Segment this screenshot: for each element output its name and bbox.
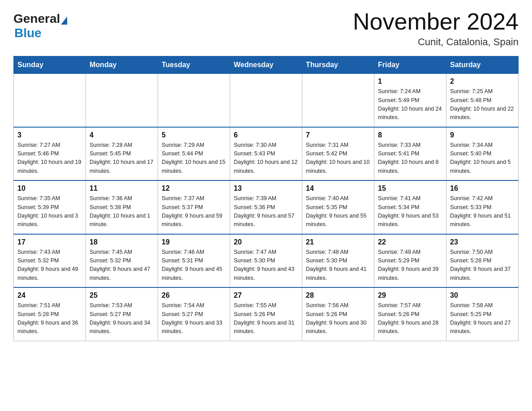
day-info: Sunrise: 7:35 AMSunset: 5:39 PMDaylight:… bbox=[17, 194, 82, 229]
day-number: 14 bbox=[306, 184, 370, 193]
day-number: 2 bbox=[450, 77, 515, 86]
month-year-title: November 2024 bbox=[353, 9, 519, 34]
calendar-cell: 21Sunrise: 7:48 AMSunset: 5:30 PMDayligh… bbox=[302, 234, 374, 288]
calendar-cell: 23Sunrise: 7:50 AMSunset: 5:28 PMDayligh… bbox=[446, 234, 519, 288]
day-info: Sunrise: 7:25 AMSunset: 5:48 PMDaylight:… bbox=[450, 87, 515, 122]
calendar-cell: 1Sunrise: 7:24 AMSunset: 5:49 PMDaylight… bbox=[374, 74, 446, 127]
day-number: 12 bbox=[162, 184, 226, 193]
day-info: Sunrise: 7:47 AMSunset: 5:30 PMDaylight:… bbox=[234, 248, 298, 283]
calendar-cell: 5Sunrise: 7:29 AMSunset: 5:44 PMDaylight… bbox=[158, 127, 230, 181]
calendar-cell: 16Sunrise: 7:42 AMSunset: 5:33 PMDayligh… bbox=[446, 180, 519, 234]
day-number: 13 bbox=[234, 184, 298, 193]
day-info: Sunrise: 7:45 AMSunset: 5:32 PMDaylight:… bbox=[90, 248, 154, 283]
day-info: Sunrise: 7:30 AMSunset: 5:43 PMDaylight:… bbox=[234, 141, 298, 176]
page-header: General Blue November 2024 Cunit, Catalo… bbox=[13, 9, 519, 48]
week-row-4: 17Sunrise: 7:43 AMSunset: 5:32 PMDayligh… bbox=[14, 234, 519, 288]
day-info: Sunrise: 7:29 AMSunset: 5:44 PMDaylight:… bbox=[162, 141, 226, 176]
calendar-cell: 9Sunrise: 7:34 AMSunset: 5:40 PMDaylight… bbox=[446, 127, 519, 181]
calendar-cell: 3Sunrise: 7:27 AMSunset: 5:46 PMDaylight… bbox=[14, 127, 86, 181]
calendar-cell: 26Sunrise: 7:54 AMSunset: 5:27 PMDayligh… bbox=[158, 287, 230, 341]
calendar-cell: 7Sunrise: 7:31 AMSunset: 5:42 PMDaylight… bbox=[302, 127, 374, 181]
calendar-cell: 17Sunrise: 7:43 AMSunset: 5:32 PMDayligh… bbox=[14, 234, 86, 288]
day-number: 17 bbox=[17, 238, 82, 246]
day-number: 27 bbox=[234, 291, 298, 300]
calendar-cell: 28Sunrise: 7:56 AMSunset: 5:26 PMDayligh… bbox=[302, 287, 374, 341]
day-info: Sunrise: 7:41 AMSunset: 5:34 PMDaylight:… bbox=[378, 194, 442, 229]
weekday-friday: Friday bbox=[374, 56, 446, 74]
day-info: Sunrise: 7:40 AMSunset: 5:35 PMDaylight:… bbox=[306, 194, 370, 229]
day-info: Sunrise: 7:37 AMSunset: 5:37 PMDaylight:… bbox=[162, 194, 226, 229]
calendar-cell: 20Sunrise: 7:47 AMSunset: 5:30 PMDayligh… bbox=[230, 234, 302, 288]
day-number: 22 bbox=[378, 238, 442, 246]
day-info: Sunrise: 7:53 AMSunset: 5:27 PMDaylight:… bbox=[90, 301, 154, 336]
day-info: Sunrise: 7:51 AMSunset: 5:28 PMDaylight:… bbox=[17, 301, 82, 336]
logo: General Blue bbox=[13, 13, 67, 40]
day-number: 21 bbox=[306, 238, 370, 246]
day-info: Sunrise: 7:24 AMSunset: 5:49 PMDaylight:… bbox=[378, 87, 442, 122]
calendar-cell: 4Sunrise: 7:28 AMSunset: 5:45 PMDaylight… bbox=[86, 127, 158, 181]
calendar-cell: 2Sunrise: 7:25 AMSunset: 5:48 PMDaylight… bbox=[446, 74, 519, 127]
day-info: Sunrise: 7:54 AMSunset: 5:27 PMDaylight:… bbox=[162, 301, 226, 336]
calendar-cell: 18Sunrise: 7:45 AMSunset: 5:32 PMDayligh… bbox=[86, 234, 158, 288]
logo-arrow-icon bbox=[61, 17, 67, 25]
day-info: Sunrise: 7:55 AMSunset: 5:26 PMDaylight:… bbox=[234, 301, 298, 336]
logo-blue-text: Blue bbox=[14, 26, 42, 40]
day-info: Sunrise: 7:57 AMSunset: 5:26 PMDaylight:… bbox=[378, 301, 442, 336]
day-number: 4 bbox=[90, 131, 154, 139]
weekday-wednesday: Wednesday bbox=[230, 56, 302, 74]
calendar-cell: 24Sunrise: 7:51 AMSunset: 5:28 PMDayligh… bbox=[14, 287, 86, 341]
calendar-cell: 22Sunrise: 7:49 AMSunset: 5:29 PMDayligh… bbox=[374, 234, 446, 288]
day-number: 5 bbox=[162, 131, 226, 139]
day-number: 9 bbox=[450, 131, 515, 139]
weekday-sunday: Sunday bbox=[14, 56, 86, 74]
day-number: 20 bbox=[234, 238, 298, 246]
calendar-cell: 27Sunrise: 7:55 AMSunset: 5:26 PMDayligh… bbox=[230, 287, 302, 341]
day-number: 25 bbox=[90, 291, 154, 300]
day-number: 3 bbox=[17, 131, 82, 139]
day-number: 26 bbox=[162, 291, 226, 300]
day-number: 6 bbox=[234, 131, 298, 139]
day-info: Sunrise: 7:36 AMSunset: 5:38 PMDaylight:… bbox=[90, 194, 154, 229]
title-area: November 2024 Cunit, Catalonia, Spain bbox=[353, 9, 519, 48]
day-info: Sunrise: 7:46 AMSunset: 5:31 PMDaylight:… bbox=[162, 248, 226, 283]
calendar-cell: 25Sunrise: 7:53 AMSunset: 5:27 PMDayligh… bbox=[86, 287, 158, 341]
day-info: Sunrise: 7:49 AMSunset: 5:29 PMDaylight:… bbox=[378, 248, 442, 283]
week-row-5: 24Sunrise: 7:51 AMSunset: 5:28 PMDayligh… bbox=[14, 287, 519, 341]
day-info: Sunrise: 7:48 AMSunset: 5:30 PMDaylight:… bbox=[306, 248, 370, 283]
day-info: Sunrise: 7:27 AMSunset: 5:46 PMDaylight:… bbox=[17, 141, 82, 176]
day-number: 23 bbox=[450, 238, 515, 246]
weekday-thursday: Thursday bbox=[302, 56, 374, 74]
calendar-cell: 8Sunrise: 7:33 AMSunset: 5:41 PMDaylight… bbox=[374, 127, 446, 181]
day-info: Sunrise: 7:42 AMSunset: 5:33 PMDaylight:… bbox=[450, 194, 515, 229]
calendar-cell: 30Sunrise: 7:58 AMSunset: 5:25 PMDayligh… bbox=[446, 287, 519, 341]
day-info: Sunrise: 7:43 AMSunset: 5:32 PMDaylight:… bbox=[17, 248, 82, 283]
calendar-cell: 29Sunrise: 7:57 AMSunset: 5:26 PMDayligh… bbox=[374, 287, 446, 341]
weekday-header-row: SundayMondayTuesdayWednesdayThursdayFrid… bbox=[14, 56, 519, 74]
calendar-cell bbox=[86, 74, 158, 127]
week-row-1: 1Sunrise: 7:24 AMSunset: 5:49 PMDaylight… bbox=[14, 74, 519, 127]
day-info: Sunrise: 7:34 AMSunset: 5:40 PMDaylight:… bbox=[450, 141, 515, 176]
calendar-cell bbox=[14, 74, 86, 127]
calendar-cell: 10Sunrise: 7:35 AMSunset: 5:39 PMDayligh… bbox=[14, 180, 86, 234]
day-number: 28 bbox=[306, 291, 370, 300]
calendar-cell: 13Sunrise: 7:39 AMSunset: 5:36 PMDayligh… bbox=[230, 180, 302, 234]
calendar-cell: 19Sunrise: 7:46 AMSunset: 5:31 PMDayligh… bbox=[158, 234, 230, 288]
day-number: 29 bbox=[378, 291, 442, 300]
logo-general-text: General bbox=[13, 13, 60, 25]
calendar-cell bbox=[158, 74, 230, 127]
calendar-body: 1Sunrise: 7:24 AMSunset: 5:49 PMDaylight… bbox=[14, 74, 519, 341]
calendar-cell: 14Sunrise: 7:40 AMSunset: 5:35 PMDayligh… bbox=[302, 180, 374, 234]
day-number: 24 bbox=[17, 291, 82, 300]
calendar-table: SundayMondayTuesdayWednesdayThursdayFrid… bbox=[13, 56, 519, 341]
calendar-cell: 11Sunrise: 7:36 AMSunset: 5:38 PMDayligh… bbox=[86, 180, 158, 234]
week-row-2: 3Sunrise: 7:27 AMSunset: 5:46 PMDaylight… bbox=[14, 127, 519, 181]
day-number: 18 bbox=[90, 238, 154, 246]
location-subtitle: Cunit, Catalonia, Spain bbox=[353, 36, 519, 48]
day-info: Sunrise: 7:28 AMSunset: 5:45 PMDaylight:… bbox=[90, 141, 154, 176]
calendar-cell: 6Sunrise: 7:30 AMSunset: 5:43 PMDaylight… bbox=[230, 127, 302, 181]
day-info: Sunrise: 7:33 AMSunset: 5:41 PMDaylight:… bbox=[378, 141, 442, 176]
week-row-3: 10Sunrise: 7:35 AMSunset: 5:39 PMDayligh… bbox=[14, 180, 519, 234]
calendar-cell: 12Sunrise: 7:37 AMSunset: 5:37 PMDayligh… bbox=[158, 180, 230, 234]
day-info: Sunrise: 7:58 AMSunset: 5:25 PMDaylight:… bbox=[450, 301, 515, 336]
day-number: 10 bbox=[17, 184, 82, 193]
